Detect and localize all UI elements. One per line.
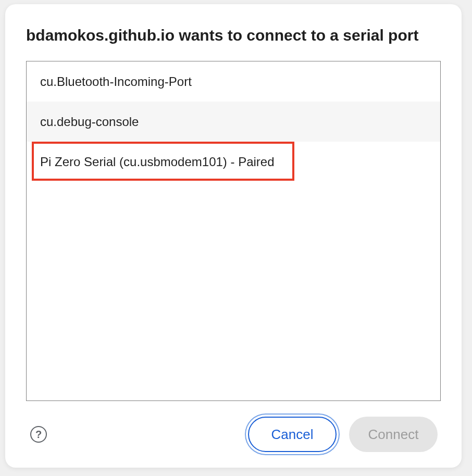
serial-port-item[interactable]: cu.debug-console xyxy=(27,102,440,142)
help-glyph: ? xyxy=(35,429,42,441)
dialog-button-group: Cancel Connect xyxy=(248,417,438,452)
serial-port-label: cu.Bluetooth-Incoming-Port xyxy=(40,74,192,89)
serial-port-list: cu.Bluetooth-Incoming-Port cu.debug-cons… xyxy=(26,61,441,401)
serial-port-label: cu.debug-console xyxy=(40,115,139,129)
connect-button[interactable]: Connect xyxy=(349,417,438,452)
cancel-button[interactable]: Cancel xyxy=(248,417,337,452)
serial-port-dialog: bdamokos.github.io wants to connect to a… xyxy=(5,4,462,468)
dialog-footer: ? Cancel Connect xyxy=(26,417,441,452)
serial-port-label: Pi Zero Serial (cu.usbmodem101) - Paired xyxy=(40,155,275,169)
serial-port-item[interactable]: cu.Bluetooth-Incoming-Port xyxy=(27,61,440,102)
dialog-title: bdamokos.github.io wants to connect to a… xyxy=(26,25,441,45)
serial-port-item[interactable]: Pi Zero Serial (cu.usbmodem101) - Paired xyxy=(27,142,440,182)
help-button[interactable]: ? xyxy=(29,425,48,444)
help-icon: ? xyxy=(30,426,47,443)
